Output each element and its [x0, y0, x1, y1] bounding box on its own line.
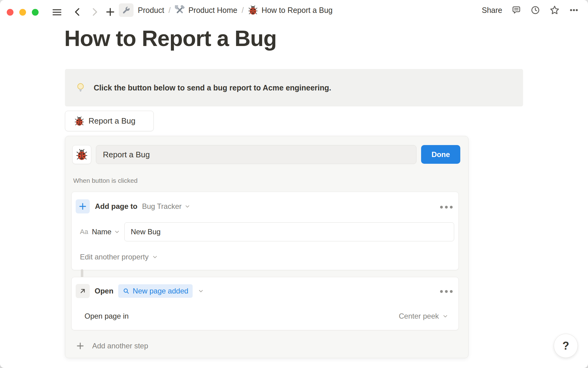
back-icon[interactable] — [72, 7, 83, 17]
forward-icon[interactable] — [89, 7, 100, 17]
step-more-options[interactable] — [440, 290, 453, 293]
breadcrumb-label: Product — [138, 6, 164, 15]
sidebar-menu-icon[interactable] — [51, 7, 62, 18]
ladybug-icon — [74, 116, 84, 126]
edit-another-property-button[interactable]: Edit another property — [80, 250, 158, 264]
edit-another-property-label: Edit another property — [80, 253, 149, 261]
add-page-action-row: Add page to Bug Tracker — [76, 199, 191, 213]
ladybug-icon — [248, 5, 258, 15]
chevron-down-icon — [442, 313, 449, 320]
chevron-down-icon — [114, 228, 120, 235]
name-property-input[interactable]: New Bug — [124, 222, 454, 241]
comments-icon[interactable] — [511, 5, 521, 15]
wrench-icon — [122, 6, 130, 14]
report-bug-button-label: Report a Bug — [89, 116, 135, 126]
chevron-down-icon — [152, 254, 158, 260]
new-page-added-chip[interactable]: New page added — [118, 284, 192, 298]
text-property-type-icon: Aa — [80, 228, 88, 236]
plus-icon — [76, 341, 85, 351]
workspace-icon-button[interactable] — [119, 3, 134, 17]
chevron-down-icon — [198, 288, 204, 294]
button-name-input[interactable]: Report a Bug — [96, 145, 417, 164]
favorite-star-icon[interactable] — [549, 5, 560, 15]
notion-window: Product / Product Home / How to Report a… — [0, 0, 588, 368]
add-another-step-button[interactable]: Add another step — [76, 337, 148, 355]
window-zoom-button[interactable] — [32, 9, 39, 16]
open-step-icon-box — [76, 284, 90, 298]
ladybug-icon — [76, 149, 88, 160]
arrow-up-right-icon — [79, 287, 87, 295]
more-options-icon[interactable] — [569, 5, 579, 15]
toolbar-actions: Share — [482, 0, 579, 20]
new-page-added-label: New page added — [133, 287, 188, 295]
action-label: Open — [95, 287, 113, 295]
breadcrumb-item-product-home[interactable]: Product Home — [175, 5, 237, 15]
property-name-dropdown[interactable]: Name — [92, 228, 120, 236]
add-page-step-icon-box — [76, 199, 90, 213]
target-database-dropdown[interactable]: Bug Tracker — [142, 202, 191, 211]
open-page-in-label: Open page in — [85, 309, 129, 323]
property-row: Aa Name — [80, 222, 120, 241]
hammer-wrench-icon — [175, 5, 185, 15]
report-bug-button[interactable]: Report a Bug — [65, 111, 154, 131]
breadcrumb-separator: / — [241, 6, 244, 15]
step-connector — [81, 269, 83, 278]
target-database-label: Bug Tracker — [142, 202, 182, 211]
window-close-button[interactable] — [7, 9, 13, 16]
property-name-label: Name — [92, 228, 111, 236]
done-button[interactable]: Done — [421, 145, 460, 164]
breadcrumb: Product / Product Home / How to Report a… — [138, 0, 333, 20]
action-label: Add page to — [95, 202, 138, 211]
trigger-label: When button is clicked — [73, 177, 138, 184]
share-button[interactable]: Share — [482, 6, 502, 15]
open-action-row: Open New page added — [76, 284, 204, 298]
callout-block: Click the button below to send a bug rep… — [65, 69, 523, 106]
lightbulb-icon — [75, 82, 86, 93]
plus-icon — [78, 202, 87, 211]
button-icon-picker[interactable] — [72, 145, 91, 164]
breadcrumb-item-current-page[interactable]: How to Report a Bug — [248, 5, 333, 15]
search-icon — [123, 287, 130, 295]
breadcrumb-label: Product Home — [188, 6, 237, 15]
add-another-step-label: Add another step — [92, 342, 148, 350]
window-minimize-button[interactable] — [19, 9, 26, 16]
open-page-in-value: Center peek — [399, 312, 439, 320]
callout-text: Click the button below to send a bug rep… — [94, 83, 331, 92]
page-title: How to Report a Bug — [64, 26, 277, 51]
history-clock-icon[interactable] — [530, 5, 540, 15]
new-page-icon[interactable] — [105, 6, 116, 17]
breadcrumb-item-product[interactable]: Product — [138, 6, 164, 15]
step-more-options[interactable] — [440, 206, 453, 209]
help-button[interactable]: ? — [554, 334, 578, 358]
open-page-in-dropdown[interactable]: Center peek — [380, 309, 449, 323]
breadcrumb-separator: / — [168, 6, 171, 15]
breadcrumb-label: How to Report a Bug — [262, 6, 333, 15]
chevron-down-icon — [184, 203, 191, 210]
